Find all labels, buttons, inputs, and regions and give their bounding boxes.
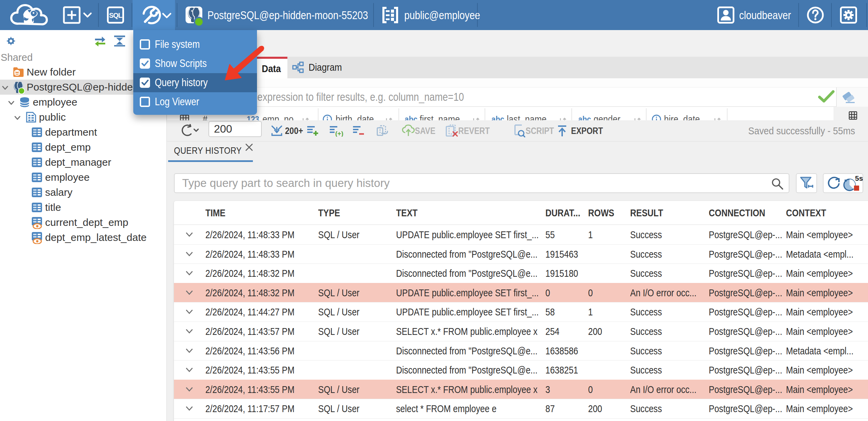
svg-text:SQL: SQL (109, 12, 122, 19)
svg-text:5s: 5s (855, 175, 863, 182)
svg-text:(+): (+) (335, 130, 343, 137)
